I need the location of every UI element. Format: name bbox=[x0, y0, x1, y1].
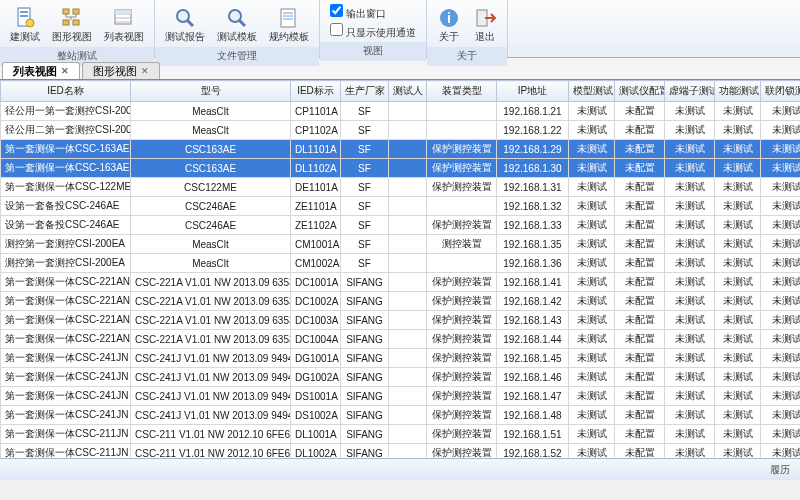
cell-instcfg: 未配置 bbox=[615, 273, 665, 292]
cell-mark: DG1002A bbox=[291, 368, 341, 387]
close-icon[interactable]: ✕ bbox=[141, 66, 149, 76]
col-ip[interactable]: IP地址 bbox=[497, 81, 569, 102]
cell-vtest: 未测试 bbox=[665, 140, 715, 159]
cell-model: MeasClt bbox=[131, 235, 291, 254]
table-row[interactable]: 第一套测保一体CSC-211JNCSC-211 V1.01 NW 2012.10… bbox=[1, 425, 801, 444]
col-ftest[interactable]: 功能测试 bbox=[715, 81, 761, 102]
table-row[interactable]: 第一套测保一体CSC-221ANCSC-221A V1.01 NW 2013.0… bbox=[1, 311, 801, 330]
table-row[interactable]: 第一套测保一体CSC-241JNCSC-241J V1.01 NW 2013.0… bbox=[1, 349, 801, 368]
cell-instcfg: 未配置 bbox=[615, 292, 665, 311]
table-row[interactable]: 第一套测保一体CSC-241JNCSC-241J V1.01 NW 2013.0… bbox=[1, 406, 801, 425]
about-button[interactable]: i关于 bbox=[433, 3, 465, 47]
col-vendor[interactable]: 生产厂家 bbox=[341, 81, 389, 102]
cell-ied: 测控第一套测控CSI-200EA bbox=[1, 254, 131, 273]
table-row[interactable]: 第一套测保一体CSC-211JNCSC-211 V1.01 NW 2012.10… bbox=[1, 444, 801, 459]
cell-modeltest: 未测试 bbox=[569, 273, 615, 292]
tab-tree[interactable]: 图形视图✕ bbox=[82, 62, 160, 79]
svg-rect-5 bbox=[73, 9, 79, 14]
cell-tester bbox=[389, 178, 427, 197]
table-row[interactable]: 第一套测保一体CSC-221ANCSC-221A V1.01 NW 2013.0… bbox=[1, 330, 801, 349]
button-label: 图形视图 bbox=[52, 30, 92, 44]
table-row[interactable]: 第一套测保一体CSC-241JNCSC-241J V1.01 NW 2013.0… bbox=[1, 387, 801, 406]
table-row[interactable]: 径公用一第一套测控CSI-200EAMeasCltCP1101ASF192.16… bbox=[1, 102, 801, 121]
cell-instcfg: 未配置 bbox=[615, 349, 665, 368]
cell-ip: 192.168.1.35 bbox=[497, 235, 569, 254]
ied-grid[interactable]: IED名称型号IED标示生产厂家测试人装置类型IP地址模型测试测试仪配置虚端子测… bbox=[0, 80, 800, 458]
cell-ftest: 未测试 bbox=[715, 235, 761, 254]
cell-devtype: 测控装置 bbox=[427, 235, 497, 254]
table-row[interactable]: 设第一套备投CSC-246AECSC246AEZE1101ASF192.168.… bbox=[1, 197, 801, 216]
cell-modeltest: 未测试 bbox=[569, 235, 615, 254]
col-ied[interactable]: IED名称 bbox=[1, 81, 131, 102]
cell-linktest: 未测试 bbox=[761, 254, 801, 273]
exit-icon bbox=[473, 6, 497, 30]
table-row[interactable]: 测控第一套测控CSI-200EAMeasCltCM1001ASF测控装置192.… bbox=[1, 235, 801, 254]
cell-mark: DL1101A bbox=[291, 140, 341, 159]
col-linktest[interactable]: 联闭锁测试 bbox=[761, 81, 801, 102]
col-tester[interactable]: 测试人 bbox=[389, 81, 427, 102]
table-row[interactable]: 第一套测保一体CSC-122MECSC122MEDE1101ASF保护测控装置1… bbox=[1, 178, 801, 197]
cell-instcfg: 未配置 bbox=[615, 330, 665, 349]
cell-devtype: 保护测控装置 bbox=[427, 387, 497, 406]
cell-instcfg: 未配置 bbox=[615, 425, 665, 444]
table-row[interactable]: 第一套测保一体CSC-221ANCSC-221A V1.01 NW 2013.0… bbox=[1, 273, 801, 292]
cell-ied: 第一套测保一体CSC-221AN bbox=[1, 273, 131, 292]
cell-instcfg: 未配置 bbox=[615, 197, 665, 216]
cell-linktest: 未测试 bbox=[761, 406, 801, 425]
cell-devtype: 保护测控装置 bbox=[427, 349, 497, 368]
table-row[interactable]: 第一套测保一体CSC-241JNCSC-241J V1.01 NW 2013.0… bbox=[1, 368, 801, 387]
svg-text:i: i bbox=[447, 10, 451, 26]
cell-linktest: 未测试 bbox=[761, 349, 801, 368]
col-vtest[interactable]: 虚端子测试 bbox=[665, 81, 715, 102]
button-label: 测试报告 bbox=[165, 30, 205, 44]
close-icon[interactable]: ✕ bbox=[61, 66, 69, 76]
table-row[interactable]: 径公用二第一套测控CSI-200EAMeasCltCP1102ASF192.16… bbox=[1, 121, 801, 140]
cell-vendor: SF bbox=[341, 216, 389, 235]
chk-output-label[interactable]: 输出窗口 bbox=[330, 4, 416, 21]
toolbar-group: 建测试图形视图列表视图整站测试 bbox=[0, 0, 155, 57]
cell-devtype: 保护测控装置 bbox=[427, 140, 497, 159]
tab-list[interactable]: 列表视图✕ bbox=[2, 62, 80, 79]
exit-button[interactable]: 退出 bbox=[469, 3, 501, 47]
table-row[interactable]: 第一套测保一体CSC-163AECSC163AEDL1102ASF保护测控装置1… bbox=[1, 159, 801, 178]
test-report-button[interactable]: 测试报告 bbox=[161, 3, 209, 47]
chk-output[interactable] bbox=[330, 4, 343, 17]
cell-instcfg: 未配置 bbox=[615, 140, 665, 159]
cell-instcfg: 未配置 bbox=[615, 235, 665, 254]
cell-devtype: 保护测控装置 bbox=[427, 406, 497, 425]
cell-model: CSC246AE bbox=[131, 197, 291, 216]
cell-devtype: 保护测控装置 bbox=[427, 330, 497, 349]
test-template-button[interactable]: 测试模板 bbox=[213, 3, 261, 47]
cell-ftest: 未测试 bbox=[715, 292, 761, 311]
col-mark[interactable]: IED标示 bbox=[291, 81, 341, 102]
svg-rect-6 bbox=[63, 20, 69, 25]
cell-vendor: SIFANG bbox=[341, 311, 389, 330]
table-row[interactable]: 设第一套备投CSC-246AECSC246AEZE1102ASF保护测控装置19… bbox=[1, 216, 801, 235]
table-row[interactable]: 第一套测保一体CSC-163AECSC163AEDL1101ASF保护测控装置1… bbox=[1, 140, 801, 159]
grid-wrap[interactable]: IED名称型号IED标示生产厂家测试人装置类型IP地址模型测试测试仪配置虚端子测… bbox=[0, 80, 800, 458]
cell-ied: 第一套测保一体CSC-221AN bbox=[1, 292, 131, 311]
tab-label: 图形视图 bbox=[93, 64, 137, 79]
cell-mark: DC1003A bbox=[291, 311, 341, 330]
chk-used-only-label[interactable]: 只显示使用通道 bbox=[330, 23, 416, 40]
col-devtype[interactable]: 装置类型 bbox=[427, 81, 497, 102]
col-instcfg[interactable]: 测试仪配置 bbox=[615, 81, 665, 102]
tree-view-button[interactable]: 图形视图 bbox=[48, 3, 96, 47]
list-view-button[interactable]: 列表视图 bbox=[100, 3, 148, 47]
col-model[interactable]: 型号 bbox=[131, 81, 291, 102]
table-row[interactable]: 测控第一套测控CSI-200EAMeasCltCM1002ASF192.168.… bbox=[1, 254, 801, 273]
rule-template-button[interactable]: 规约模板 bbox=[265, 3, 313, 47]
cell-model: CSC-221A V1.01 NW 2013.09 6353 CC95 bbox=[131, 292, 291, 311]
test-report-icon bbox=[173, 6, 197, 30]
cell-ied: 第一套测保一体CSC-241JN bbox=[1, 387, 131, 406]
cell-ied: 第一套测保一体CSC-241JN bbox=[1, 349, 131, 368]
document-tabs: 列表视图✕图形视图✕ bbox=[0, 58, 800, 80]
cell-mark: CP1102A bbox=[291, 121, 341, 140]
cell-devtype: 保护测控装置 bbox=[427, 159, 497, 178]
table-row[interactable]: 第一套测保一体CSC-221ANCSC-221A V1.01 NW 2013.0… bbox=[1, 292, 801, 311]
cell-vtest: 未测试 bbox=[665, 159, 715, 178]
chk-used-only[interactable] bbox=[330, 23, 343, 36]
col-modeltest[interactable]: 模型测试 bbox=[569, 81, 615, 102]
cell-vendor: SF bbox=[341, 254, 389, 273]
new-test-button[interactable]: 建测试 bbox=[6, 3, 44, 47]
